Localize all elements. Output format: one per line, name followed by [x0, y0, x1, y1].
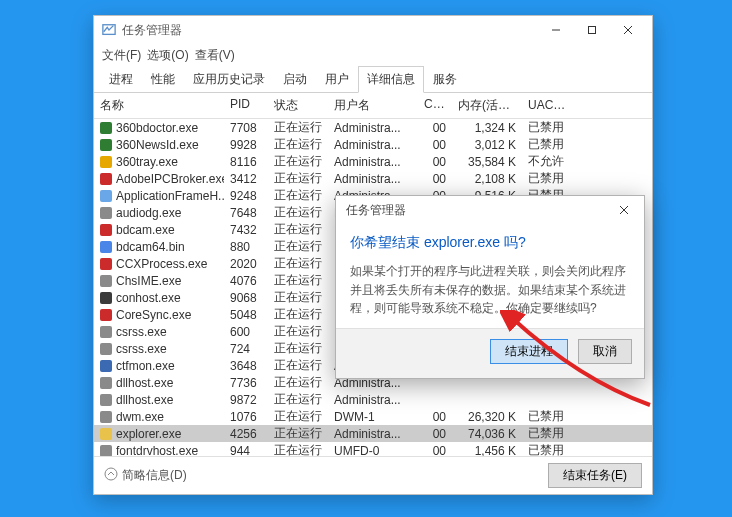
- process-mem: 3,012 K: [452, 138, 522, 152]
- process-name: AdobeIPCBroker.exe: [116, 172, 224, 186]
- table-row[interactable]: AdobeIPCBroker.exe3412正在运行Administra...0…: [94, 170, 652, 187]
- menubar: 文件(F) 选项(O) 查看(V): [94, 44, 652, 66]
- brief-info-label: 简略信息(D): [122, 467, 187, 484]
- process-pid: 7736: [224, 376, 268, 390]
- tab-进程[interactable]: 进程: [100, 66, 142, 93]
- svg-point-5: [105, 468, 117, 480]
- table-row[interactable]: 360NewsId.exe9928正在运行Administra...003,01…: [94, 136, 652, 153]
- svg-rect-2: [589, 27, 596, 34]
- process-cpu: 00: [418, 427, 452, 441]
- process-pid: 4256: [224, 427, 268, 441]
- process-pid: 880: [224, 240, 268, 254]
- process-status: 正在运行: [268, 170, 328, 187]
- process-pid: 9928: [224, 138, 268, 152]
- file-icon: [100, 292, 112, 304]
- process-cpu: 00: [418, 121, 452, 135]
- menu-file[interactable]: 文件(F): [102, 47, 141, 64]
- table-row[interactable]: explorer.exe4256正在运行Administra...0074,03…: [94, 425, 652, 442]
- titlebar[interactable]: 任务管理器: [94, 16, 652, 44]
- table-row[interactable]: 360tray.exe8116正在运行Administra...0035,584…: [94, 153, 652, 170]
- column-headers[interactable]: 名称 PID 状态 用户名 CPU 内存(活动的... UAC 虚拟化: [94, 93, 652, 119]
- process-uac: 不允许: [522, 153, 572, 170]
- tab-启动[interactable]: 启动: [274, 66, 316, 93]
- process-pid: 944: [224, 444, 268, 457]
- end-task-button[interactable]: 结束任务(E): [548, 463, 642, 488]
- process-status: 正在运行: [268, 289, 328, 306]
- process-status: 正在运行: [268, 153, 328, 170]
- dialog-ok-button[interactable]: 结束进程: [490, 339, 568, 364]
- file-icon: [100, 309, 112, 321]
- process-mem: 2,108 K: [452, 172, 522, 186]
- process-name: dwm.exe: [116, 410, 164, 424]
- table-row[interactable]: dwm.exe1076正在运行DWM-10026,320 K已禁用: [94, 408, 652, 425]
- process-name: bdcam.exe: [116, 223, 175, 237]
- process-cpu: 00: [418, 172, 452, 186]
- process-uac: 已禁用: [522, 119, 572, 136]
- process-pid: 9068: [224, 291, 268, 305]
- dialog-titlebar[interactable]: 任务管理器: [336, 196, 644, 224]
- process-pid: 7708: [224, 121, 268, 135]
- dialog-heading: 你希望结束 explorer.exe 吗?: [350, 234, 630, 252]
- process-status: 正在运行: [268, 340, 328, 357]
- process-name: dllhost.exe: [116, 393, 173, 407]
- tab-详细信息[interactable]: 详细信息: [358, 66, 424, 93]
- process-name: explorer.exe: [116, 427, 181, 441]
- table-row[interactable]: dllhost.exe9872正在运行Administra...: [94, 391, 652, 408]
- col-mem[interactable]: 内存(活动的...: [452, 97, 522, 114]
- file-icon: [100, 207, 112, 219]
- file-icon: [100, 360, 112, 372]
- close-button[interactable]: [610, 18, 646, 42]
- process-name: CCXProcess.exe: [116, 257, 207, 271]
- footer: 简略信息(D) 结束任务(E): [94, 456, 652, 494]
- process-pid: 9872: [224, 393, 268, 407]
- brief-info-toggle[interactable]: 简略信息(D): [104, 467, 187, 484]
- process-name: csrss.exe: [116, 342, 167, 356]
- process-status: 正在运行: [268, 306, 328, 323]
- file-icon: [100, 326, 112, 338]
- file-icon: [100, 122, 112, 134]
- col-name[interactable]: 名称: [94, 97, 224, 114]
- process-mem: 35,584 K: [452, 155, 522, 169]
- menu-options[interactable]: 选项(O): [147, 47, 188, 64]
- process-user: Administra...: [328, 138, 418, 152]
- col-cpu[interactable]: CPU: [418, 97, 452, 114]
- table-row[interactable]: 360bdoctor.exe7708正在运行Administra...001,3…: [94, 119, 652, 136]
- process-user: UMFD-0: [328, 444, 418, 457]
- tab-性能[interactable]: 性能: [142, 66, 184, 93]
- dialog-cancel-button[interactable]: 取消: [578, 339, 632, 364]
- dialog-close-button[interactable]: [610, 199, 638, 221]
- file-icon: [100, 445, 112, 457]
- file-icon: [100, 224, 112, 236]
- menu-view[interactable]: 查看(V): [195, 47, 235, 64]
- process-status: 正在运行: [268, 323, 328, 340]
- process-pid: 724: [224, 342, 268, 356]
- file-icon: [100, 394, 112, 406]
- process-mem: 1,324 K: [452, 121, 522, 135]
- process-name: fontdrvhost.exe: [116, 444, 198, 457]
- process-status: 正在运行: [268, 204, 328, 221]
- process-status: 正在运行: [268, 221, 328, 238]
- file-icon: [100, 343, 112, 355]
- col-user[interactable]: 用户名: [328, 97, 418, 114]
- process-name: ApplicationFrameH...: [116, 189, 224, 203]
- col-pid[interactable]: PID: [224, 97, 268, 114]
- process-status: 正在运行: [268, 119, 328, 136]
- tab-用户[interactable]: 用户: [316, 66, 358, 93]
- app-icon: [102, 23, 116, 37]
- col-uac[interactable]: UAC 虚拟化: [522, 97, 572, 114]
- process-pid: 4076: [224, 274, 268, 288]
- file-icon: [100, 156, 112, 168]
- col-status[interactable]: 状态: [268, 97, 328, 114]
- window-title: 任务管理器: [122, 22, 538, 39]
- process-pid: 3648: [224, 359, 268, 373]
- dialog-title: 任务管理器: [346, 202, 610, 219]
- file-icon: [100, 411, 112, 423]
- tab-应用历史记录[interactable]: 应用历史记录: [184, 66, 274, 93]
- maximize-button[interactable]: [574, 18, 610, 42]
- tab-服务[interactable]: 服务: [424, 66, 466, 93]
- process-name: csrss.exe: [116, 325, 167, 339]
- process-cpu: 00: [418, 138, 452, 152]
- tabs: 进程性能应用历史记录启动用户详细信息服务: [94, 66, 652, 93]
- table-row[interactable]: fontdrvhost.exe944正在运行UMFD-0001,456 K已禁用: [94, 442, 652, 456]
- minimize-button[interactable]: [538, 18, 574, 42]
